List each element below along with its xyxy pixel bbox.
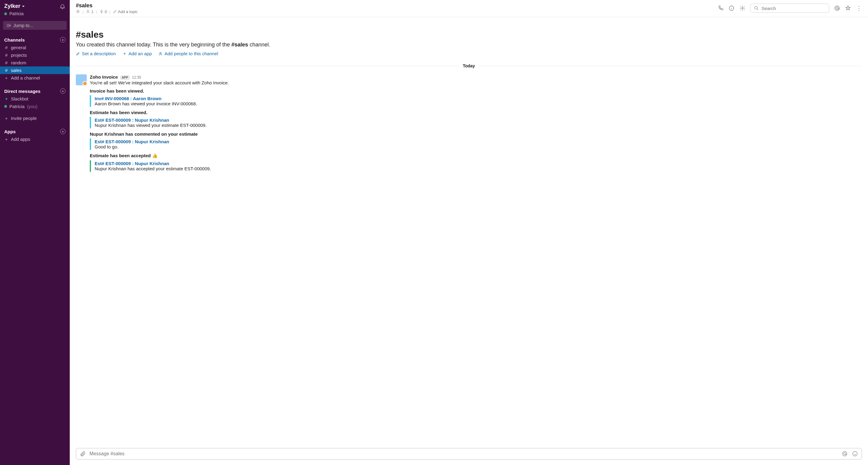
search-input[interactable] (762, 6, 826, 11)
channel-label: random (11, 60, 26, 65)
svg-point-9 (844, 453, 846, 455)
sidebar-channel-sales[interactable]: #sales (0, 66, 70, 74)
add-channel-link[interactable]: + Add a channel (0, 74, 70, 82)
phone-icon[interactable] (718, 5, 724, 11)
mention-icon[interactable] (842, 451, 848, 457)
add-topic-button[interactable]: Add a topic (113, 9, 138, 14)
attachment-block: Est# EST-000009 : Nupur KrishnanNupur Kr… (90, 117, 862, 128)
apps-heading: Apps (4, 129, 16, 134)
add-people-link[interactable]: Add people to this channel (158, 51, 218, 56)
message-input[interactable] (90, 451, 838, 457)
attachment-block: Est# EST-000009 : Nupur KrishnanGood to … (90, 138, 862, 150)
attachment-title-link[interactable]: Est# EST-000009 : Nupur Krishnan (95, 139, 862, 144)
svg-point-5 (835, 6, 839, 11)
emoji-icon[interactable] (852, 451, 858, 457)
star-favorites-icon[interactable] (845, 5, 851, 11)
hash-icon: # (4, 45, 8, 50)
message: Zoho Invoice APP 12:35 You're all set! W… (76, 75, 862, 174)
jump-to-input[interactable]: Jump to... (3, 21, 67, 30)
invite-people-link[interactable]: + Invite people (0, 114, 70, 122)
pin-icon (99, 9, 104, 14)
invite-label: Invite people (11, 116, 37, 121)
info-icon[interactable] (728, 5, 735, 11)
gear-icon[interactable] (739, 5, 745, 11)
channel-name[interactable]: #sales (76, 2, 138, 9)
date-divider-label: Today (463, 63, 475, 68)
attachment-text: Nupur Krishnan has accepted your estimat… (95, 166, 862, 171)
plus-icon: + (4, 116, 8, 121)
add-dm-icon[interactable]: + (60, 88, 65, 94)
pin-count[interactable]: 0 (99, 9, 107, 14)
date-divider: Today (76, 63, 862, 68)
paperclip-icon[interactable] (80, 451, 86, 457)
svg-point-8 (842, 452, 847, 456)
svg-point-6 (836, 7, 838, 9)
dm-label: Slackbot (11, 96, 29, 101)
attachment-heading: Invoice has been viewed. (90, 88, 862, 93)
attachment-text: Good to go. (95, 144, 862, 149)
current-user-row[interactable]: Patricia (0, 11, 70, 19)
attachment-heading: Estimate has been accepted 👍 (90, 153, 862, 158)
channel-intro: #sales You created this channel today. T… (76, 29, 862, 56)
person-icon (86, 9, 90, 14)
channel-label: general (11, 45, 26, 50)
attachment-title-link[interactable]: Est# EST-000009 : Nupur Krishnan (95, 117, 862, 123)
dm-label: Patricia (9, 104, 25, 109)
set-description-link[interactable]: Set a description (76, 51, 116, 56)
jump-icon (6, 23, 11, 28)
message-time: 12:35 (132, 75, 141, 80)
sidebar: Zylker Patricia Jump to... Channels + #g… (0, 0, 70, 465)
pencil-icon (76, 52, 80, 56)
add-app-icon[interactable]: + (60, 129, 65, 134)
svg-point-10 (853, 452, 857, 456)
bell-icon[interactable] (59, 3, 65, 9)
attachment-heading: Estimate has been viewed. (90, 110, 862, 115)
sidebar-channel-random[interactable]: #random (0, 59, 70, 66)
search-box[interactable] (750, 4, 829, 13)
svg-point-0 (9, 25, 11, 26)
add-an-app-link[interactable]: Add an app (123, 51, 152, 56)
more-menu-icon[interactable]: ⋮ (856, 5, 862, 12)
svg-point-7 (160, 52, 161, 54)
sidebar-channel-projects[interactable]: #projects (0, 51, 70, 59)
sidebar-dm-slackbot[interactable]: ♥Slackbot (0, 95, 70, 103)
hash-icon: # (4, 60, 8, 65)
star-icon (76, 9, 80, 14)
sidebar-channel-general[interactable]: #general (0, 44, 70, 51)
add-apps-link[interactable]: + Add apps (0, 135, 70, 143)
hash-icon: # (4, 53, 8, 58)
channels-heading: Channels (4, 37, 25, 42)
app-avatar[interactable] (76, 75, 87, 85)
attachment-title-link[interactable]: Est# EST-000009 : Nupur Krishnan (95, 161, 862, 166)
person-icon (158, 52, 162, 56)
message-author[interactable]: Zoho Invoice (90, 75, 118, 80)
star-channel-button[interactable] (76, 9, 80, 14)
plus-icon: + (4, 137, 8, 142)
pencil-icon (113, 9, 117, 14)
channel-label: projects (11, 53, 27, 58)
add-channel-icon[interactable]: + (60, 37, 65, 42)
attachment-title-link[interactable]: Inv# INV-000068 : Aaron Brown (95, 96, 862, 101)
sidebar-dm-patricia[interactable]: Patricia (you) (0, 103, 70, 110)
message-composer[interactable] (76, 448, 862, 460)
presence-dot-icon (4, 12, 7, 15)
mentions-icon[interactable] (834, 5, 840, 11)
add-channel-label: Add a channel (11, 75, 40, 81)
svg-point-4 (754, 6, 757, 9)
heart-icon: ♥ (4, 97, 8, 101)
message-scroll-area[interactable]: #sales You created this channel today. T… (70, 17, 868, 448)
member-count[interactable]: 1 (86, 9, 93, 14)
current-user-name: Patricia (9, 11, 24, 16)
main-area: #sales | 1 | 0 | Add a topic (70, 0, 868, 465)
attachment-text: Aaron Brown has viewed your invoice INV-… (95, 101, 862, 106)
workspace-switcher[interactable]: Zylker (4, 3, 25, 9)
channel-header: #sales | 1 | 0 | Add a topic (70, 0, 868, 17)
attachment-block: Inv# INV-000068 : Aaron BrownAaron Brown… (90, 95, 862, 107)
hash-icon: # (4, 68, 8, 73)
workspace-name-label: Zylker (4, 3, 20, 9)
svg-point-3 (742, 8, 743, 9)
presence-dot-icon (4, 105, 7, 108)
plus-icon (123, 52, 127, 56)
message-text: You're all set! We've integrated your sl… (90, 80, 862, 85)
channel-intro-text: You created this channel today. This is … (76, 41, 862, 48)
